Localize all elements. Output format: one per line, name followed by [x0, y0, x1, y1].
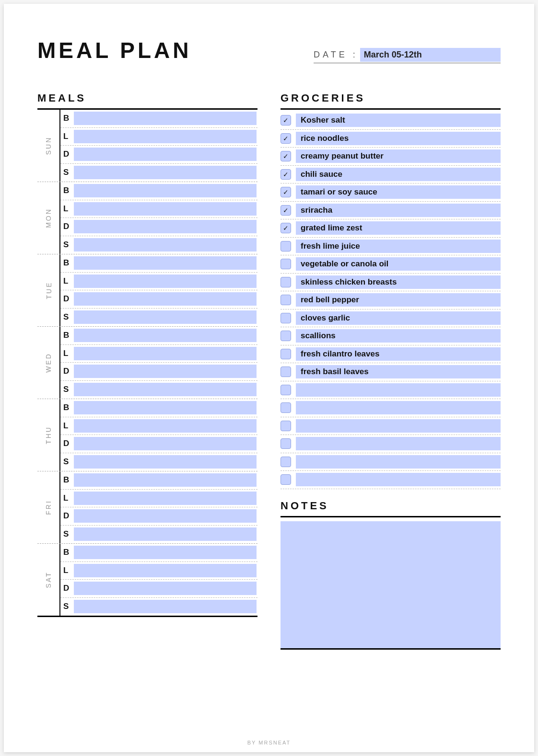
- grocery-item-input[interactable]: fresh cilantro leaves: [296, 347, 501, 361]
- meal-row: L: [60, 128, 257, 146]
- grocery-row: ✓Kosher salt: [281, 112, 501, 130]
- day-block: SUNBLDS: [37, 110, 257, 182]
- meal-input[interactable]: [74, 437, 257, 450]
- meals-heading: MEALS: [37, 92, 257, 110]
- meal-input[interactable]: [74, 473, 257, 487]
- grocery-checkbox[interactable]: ✓: [281, 151, 291, 161]
- meal-row: B: [60, 110, 257, 128]
- grocery-item-input[interactable]: rice noodles: [296, 132, 501, 145]
- grocery-checkbox[interactable]: [281, 349, 291, 359]
- meal-input[interactable]: [74, 419, 257, 433]
- grocery-row: ✓grated lime zest: [281, 219, 501, 238]
- meal-input[interactable]: [74, 492, 257, 505]
- meal-input[interactable]: [74, 310, 257, 324]
- meal-input[interactable]: [74, 130, 257, 143]
- grocery-checkbox[interactable]: [281, 277, 291, 287]
- meal-input[interactable]: [74, 527, 257, 541]
- grocery-item-input[interactable]: red bell pepper: [296, 293, 501, 307]
- grocery-item-input[interactable]: tamari or soy sauce: [296, 185, 501, 199]
- meal-input[interactable]: [74, 275, 257, 288]
- grocery-item-input[interactable]: vegetable or canola oil: [296, 257, 501, 271]
- meal-plan-page: MEAL PLAN DATE : March 05-12th MEALS SUN…: [4, 4, 534, 752]
- meal-type-label: S: [60, 168, 72, 177]
- meal-input[interactable]: [74, 509, 257, 523]
- grocery-item-input[interactable]: creamy peanut butter: [296, 149, 501, 163]
- grocery-item-input[interactable]: grated lime zest: [296, 221, 501, 235]
- grocery-checkbox[interactable]: ✓: [281, 115, 291, 126]
- meal-input[interactable]: [74, 600, 257, 613]
- grocery-checkbox[interactable]: ✓: [281, 223, 291, 233]
- grocery-checkbox[interactable]: [281, 259, 291, 269]
- meal-rows: BLDS: [60, 110, 257, 182]
- grocery-item-input[interactable]: fresh basil leaves: [296, 365, 501, 378]
- date-input[interactable]: March 05-12th: [360, 48, 501, 62]
- grocery-item-input[interactable]: skinless chicken breasts: [296, 275, 501, 289]
- grocery-checkbox[interactable]: [281, 385, 291, 395]
- meal-row: S: [60, 164, 257, 182]
- meal-rows: BLDS: [60, 182, 257, 254]
- grocery-checkbox[interactable]: [281, 457, 291, 467]
- grocery-item-input[interactable]: [296, 419, 501, 433]
- meal-input[interactable]: [74, 347, 257, 360]
- grocery-row: [281, 453, 501, 471]
- grocery-item-input[interactable]: sriracha: [296, 204, 501, 217]
- meal-input[interactable]: [74, 220, 257, 233]
- meal-row: B: [60, 254, 257, 273]
- meal-input[interactable]: [74, 166, 257, 179]
- grocery-row: skinless chicken breasts: [281, 274, 501, 292]
- meal-type-label: L: [60, 276, 72, 286]
- meal-input[interactable]: [74, 564, 257, 577]
- grocery-checkbox[interactable]: ✓: [281, 169, 291, 180]
- meal-input[interactable]: [74, 148, 257, 161]
- grocery-item-input[interactable]: chili sauce: [296, 168, 501, 181]
- meal-input[interactable]: [74, 582, 257, 595]
- grocery-checkbox[interactable]: ✓: [281, 133, 291, 144]
- grocery-item-input[interactable]: fresh lime juice: [296, 240, 501, 253]
- grocery-checkbox[interactable]: [281, 241, 291, 252]
- grocery-checkbox[interactable]: [281, 402, 291, 413]
- meal-input[interactable]: [74, 256, 257, 270]
- grocery-checkbox[interactable]: [281, 331, 291, 341]
- notes-input[interactable]: [281, 521, 501, 650]
- meal-input[interactable]: [74, 202, 257, 216]
- meal-input[interactable]: [74, 401, 257, 414]
- grocery-item-input[interactable]: [296, 401, 501, 414]
- grocery-checkbox[interactable]: [281, 421, 291, 431]
- grocery-checkbox[interactable]: [281, 367, 291, 377]
- grocery-item-input[interactable]: Kosher salt: [296, 114, 501, 127]
- day-label: FRI: [37, 471, 60, 543]
- meal-input[interactable]: [74, 238, 257, 252]
- grocery-checkbox[interactable]: [281, 295, 291, 305]
- day-label-text: WED: [45, 353, 52, 373]
- grocery-checkbox[interactable]: ✓: [281, 187, 291, 197]
- grocery-checkbox[interactable]: ✓: [281, 205, 291, 216]
- meal-row: B: [60, 327, 257, 345]
- grocery-item-input[interactable]: scallions: [296, 329, 501, 343]
- meal-rows: BLDS: [60, 544, 257, 616]
- meal-type-label: D: [60, 294, 72, 304]
- grocery-checkbox[interactable]: [281, 313, 291, 323]
- meal-row: D: [60, 580, 257, 598]
- grocery-item-input[interactable]: [296, 437, 501, 450]
- meal-input[interactable]: [74, 112, 257, 125]
- header: MEAL PLAN DATE : March 05-12th: [37, 37, 501, 63]
- meal-input[interactable]: [74, 184, 257, 197]
- meal-input[interactable]: [74, 546, 257, 559]
- meal-input[interactable]: [74, 383, 257, 396]
- grocery-checkbox[interactable]: [281, 474, 291, 485]
- day-block: THUBLDS: [37, 399, 257, 471]
- meal-input[interactable]: [74, 365, 257, 378]
- meal-input[interactable]: [74, 455, 257, 469]
- grocery-checkbox[interactable]: [281, 438, 291, 449]
- columns: MEALS SUNBLDSMONBLDSTUEBLDSWEDBLDSTHUBLD…: [37, 92, 501, 650]
- meal-input[interactable]: [74, 292, 257, 306]
- meal-row: B: [60, 471, 257, 490]
- grocery-item-input[interactable]: cloves garlic: [296, 311, 501, 325]
- grocery-row: [281, 417, 501, 435]
- meals-table: SUNBLDSMONBLDSTUEBLDSWEDBLDSTHUBLDSFRIBL…: [37, 110, 257, 617]
- meal-input[interactable]: [74, 329, 257, 342]
- grocery-item-input[interactable]: [296, 473, 501, 486]
- grocery-item-input[interactable]: [296, 455, 501, 469]
- grocery-item-input[interactable]: [296, 383, 501, 397]
- meal-type-label: B: [60, 114, 72, 123]
